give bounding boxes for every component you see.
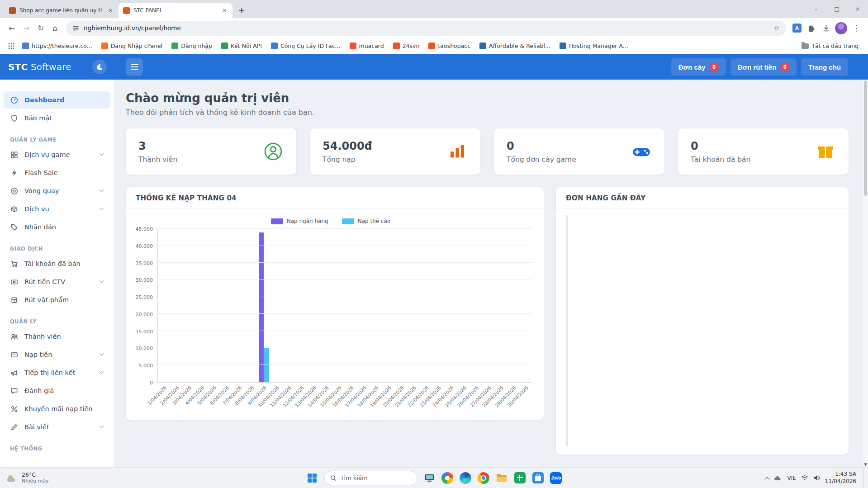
user-circle-icon bbox=[263, 141, 284, 162]
tray-chevron-up-icon[interactable] bbox=[765, 477, 770, 482]
translate-icon[interactable]: A bbox=[790, 21, 804, 35]
apps-grid-icon[interactable] bbox=[5, 40, 17, 52]
bookmark-item[interactable]: 24svn bbox=[389, 41, 424, 51]
sidebar-item-rut-vat-pham[interactable]: Rút vật phẩm bbox=[4, 291, 110, 308]
don-cay-button[interactable]: Đơn cày0 bbox=[671, 58, 726, 76]
extensions-puzzle-icon[interactable] bbox=[804, 21, 819, 35]
chart-category-slot bbox=[258, 229, 270, 382]
sidebar-item-tiep-thi-lien-ket[interactable]: Tiếp thị liên kết bbox=[4, 364, 110, 381]
chart-y-tick-label: 20.000 bbox=[136, 312, 153, 317]
forward-icon[interactable]: → bbox=[19, 21, 33, 35]
maximize-icon[interactable]: □ bbox=[826, 0, 847, 18]
window-controls: – □ × bbox=[806, 0, 868, 18]
sidebar-item-flash-sale[interactable]: Flash Sale bbox=[4, 164, 110, 181]
edge-browser-icon[interactable] bbox=[460, 472, 472, 484]
trang-chu-button[interactable]: Trang chủ bbox=[801, 58, 848, 76]
sidebar-item-vong-quay[interactable]: Vòng quay bbox=[4, 182, 110, 199]
wifi-icon[interactable] bbox=[801, 475, 808, 481]
sidebar-item-dashboard[interactable]: Dashboard bbox=[4, 91, 110, 109]
sidebar-toggle-button[interactable] bbox=[126, 58, 143, 76]
bookmark-item[interactable]: taoshopacc bbox=[424, 41, 474, 51]
clock[interactable]: 1:43 SA 11/04/2026 bbox=[825, 471, 856, 485]
legend-item-bank[interactable]: Nạp ngân hàng bbox=[271, 218, 328, 224]
chart-y-tick-label: 0 bbox=[150, 380, 153, 385]
bookmark-label: https://thesieure.co... bbox=[32, 43, 92, 49]
bookmark-label: Kết Nối API bbox=[231, 43, 262, 49]
language-indicator[interactable]: VIE bbox=[787, 475, 796, 481]
chart-gridline bbox=[158, 246, 532, 246]
download-icon[interactable] bbox=[819, 21, 833, 35]
sidebar-item-rut-tien-ctv[interactable]: Rút tiền CTV bbox=[4, 273, 110, 290]
sidebar-item-khuyen-mai-nap-tien[interactable]: Khuyến mãi nạp tiền bbox=[4, 400, 110, 417]
sidebar-item-nap-tien[interactable]: Nạp tiền bbox=[4, 346, 110, 363]
sidebar-item-dich-vu[interactable]: Dịch vụ bbox=[4, 200, 110, 218]
file-explorer-icon[interactable] bbox=[496, 472, 508, 484]
browser-tab-shop[interactable]: Shop acc game liên quân uy tí × bbox=[5, 3, 119, 18]
onedrive-cloud-icon[interactable] bbox=[774, 475, 782, 481]
bookmark-item[interactable]: Kết Nối API bbox=[217, 41, 266, 51]
bookmark-label: Đăng nhập bbox=[181, 43, 212, 49]
sidebar-item-bao-mat[interactable]: Bảo mật bbox=[4, 109, 110, 127]
bookmark-item[interactable]: Affordable & Reliabl... bbox=[475, 41, 555, 51]
bar-chart-icon bbox=[447, 141, 468, 162]
bookmark-item[interactable]: Đăng Nhập cPanel bbox=[97, 41, 167, 51]
chart-category-slot bbox=[308, 229, 320, 382]
browser-menu-icon[interactable]: ⋮ bbox=[849, 21, 863, 35]
legend-swatch bbox=[271, 218, 283, 224]
all-bookmarks-button[interactable]: Tất cả dấu trang bbox=[797, 41, 863, 51]
sidebar-item-danh-gia[interactable]: Đánh giá bbox=[4, 382, 110, 399]
scrollbar-down-arrow-icon[interactable]: ▼ bbox=[863, 462, 868, 467]
sidebar-item-thanh-vien[interactable]: Thành viên bbox=[4, 328, 110, 345]
bookmark-item[interactable]: muacard bbox=[346, 41, 388, 51]
taskbar-search[interactable]: Tìm kiếm bbox=[324, 471, 417, 485]
start-button[interactable] bbox=[306, 472, 318, 484]
bookmark-item[interactable]: https://thesieure.co... bbox=[18, 41, 96, 51]
store-app-icon[interactable] bbox=[532, 472, 544, 484]
legend-item-card[interactable]: Nạp thẻ cào bbox=[342, 218, 391, 224]
minimize-icon[interactable]: – bbox=[806, 0, 826, 18]
new-tab-button[interactable]: + bbox=[235, 4, 248, 17]
spreadsheet-app-icon[interactable] bbox=[514, 472, 526, 484]
scrollbar-thumb[interactable] bbox=[864, 81, 867, 196]
bookmark-item[interactable]: Đăng nhập bbox=[167, 41, 216, 51]
browser-tab-stc-panel[interactable]: STC PANEL × bbox=[119, 3, 232, 18]
tab-close-icon[interactable]: × bbox=[221, 7, 228, 14]
bookmark-favicon bbox=[428, 43, 435, 49]
weather-condition: Nhiều mây bbox=[22, 478, 48, 484]
reload-icon[interactable]: ↻ bbox=[33, 21, 48, 35]
show-desktop-button[interactable] bbox=[863, 468, 864, 488]
back-icon[interactable]: ← bbox=[5, 21, 19, 35]
chart-category-slot bbox=[245, 229, 258, 382]
close-icon[interactable]: × bbox=[847, 0, 868, 18]
sidebar-item-bai-viet[interactable]: Bài viết bbox=[4, 418, 110, 436]
bookmark-item[interactable]: Hosting Manager A... bbox=[555, 41, 632, 51]
profile-avatar[interactable] bbox=[835, 22, 847, 34]
desktop-app-icon[interactable] bbox=[423, 472, 436, 484]
page-scrollbar[interactable]: ▼ bbox=[863, 80, 868, 467]
sidebar-item-nhan-dan[interactable]: Nhãn dán bbox=[4, 218, 110, 236]
bookmark-item[interactable]: Công Cụ Lấy ID Fac... bbox=[267, 41, 345, 51]
photos-app-icon[interactable] bbox=[441, 472, 454, 484]
site-info-icon[interactable] bbox=[72, 25, 79, 32]
wallet-icon bbox=[10, 351, 19, 359]
address-bar[interactable]: nghiemhung.id.vn/cpanel/home ☆ bbox=[66, 21, 786, 36]
don-rut-tien-button[interactable]: Đơn rút tiền0 bbox=[730, 58, 797, 76]
orders-scrollbar[interactable] bbox=[566, 215, 568, 446]
app-header: STC Software Đơn cày0 Đơn rút tiền0 Tran… bbox=[0, 54, 868, 80]
home-icon[interactable]: ⌂ bbox=[48, 21, 62, 35]
chart-category-slot bbox=[470, 229, 482, 382]
tab-close-icon[interactable]: × bbox=[107, 7, 114, 14]
sidebar-item-dich-vu-game[interactable]: Dịch vụ game bbox=[4, 146, 110, 163]
dark-mode-toggle[interactable] bbox=[92, 60, 107, 74]
chrome-browser-icon[interactable] bbox=[478, 472, 490, 484]
tag-icon bbox=[10, 223, 19, 231]
sidebar: Dashboard Bảo mật QUẢN LÝ GAME Dịch vụ g… bbox=[0, 80, 114, 467]
zalo-app-icon[interactable]: Zalo bbox=[550, 472, 562, 484]
bookmark-star-icon[interactable]: ☆ bbox=[774, 24, 780, 32]
box-icon bbox=[10, 205, 19, 213]
bookmark-favicon bbox=[350, 43, 356, 49]
volume-icon[interactable] bbox=[813, 475, 820, 481]
weather-widget[interactable]: 26°C Nhiều mây bbox=[6, 471, 48, 484]
sidebar-item-tai-khoan-da-ban[interactable]: Tài khoản đã bán bbox=[4, 255, 110, 272]
cart-icon bbox=[10, 260, 19, 268]
